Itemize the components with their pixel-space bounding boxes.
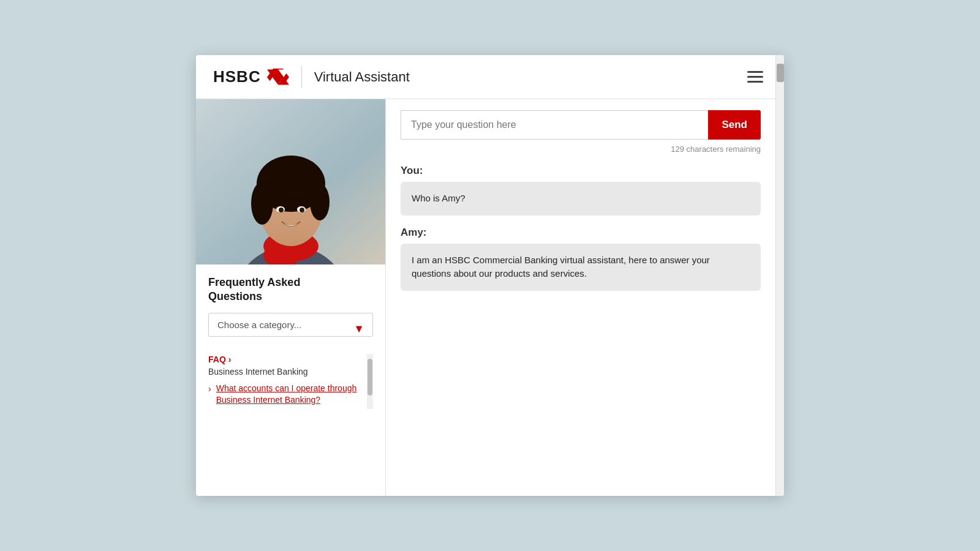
- faq-item-link[interactable]: What accounts can I operate through Busi…: [216, 383, 367, 407]
- input-row: Send: [401, 110, 761, 140]
- you-label: You:: [401, 165, 761, 177]
- browser-window: HSBC Virtual Assistant: [196, 55, 784, 496]
- faq-scrollbar[interactable]: [367, 354, 373, 409]
- svg-point-20: [279, 208, 284, 212]
- bank-name: HSBC: [213, 67, 261, 86]
- faq-item-arrow-icon: ›: [208, 384, 211, 394]
- hsbc-logo-icon: [267, 69, 289, 86]
- svg-point-16: [251, 182, 273, 225]
- amy-label: Amy:: [401, 227, 761, 239]
- svg-point-21: [300, 208, 304, 212]
- hamburger-icon: [747, 76, 763, 78]
- faq-link[interactable]: FAQ ›: [208, 354, 231, 364]
- header-divider: [301, 66, 302, 88]
- left-panel: Frequently Asked Questions Choose a cate…: [196, 99, 386, 496]
- header: HSBC Virtual Assistant: [196, 55, 784, 99]
- category-select[interactable]: Choose a category...: [208, 313, 373, 337]
- avatar-image: [196, 99, 386, 264]
- header-logo: HSBC: [213, 67, 289, 86]
- question-input[interactable]: [401, 110, 708, 140]
- faq-title: Frequently Asked Questions: [208, 276, 373, 304]
- faq-scrollbar-thumb: [368, 359, 372, 395]
- send-button[interactable]: Send: [708, 110, 761, 140]
- browser-scrollbar[interactable]: [775, 99, 784, 496]
- main-content: Frequently Asked Questions Choose a cate…: [196, 99, 784, 496]
- user-message-text: Who is Amy?: [412, 193, 466, 203]
- chars-remaining: 129 characters remaining: [401, 144, 761, 154]
- faq-link-section: FAQ › Business Internet Banking: [208, 354, 367, 377]
- svg-point-17: [310, 184, 330, 220]
- hamburger-icon: [747, 71, 763, 73]
- faq-scroll-area: FAQ › Business Internet Banking › What a…: [208, 354, 373, 409]
- header-title: Virtual Assistant: [314, 69, 410, 85]
- faq-section: Frequently Asked Questions Choose a cate…: [196, 264, 385, 496]
- hamburger-icon: [747, 81, 763, 83]
- amy-message-bubble: I am an HSBC Commercial Banking virtual …: [401, 244, 761, 291]
- faq-category: Business Internet Banking: [208, 367, 367, 377]
- faq-content: FAQ › Business Internet Banking › What a…: [208, 354, 367, 409]
- menu-button[interactable]: [744, 67, 767, 86]
- amy-message-text: I am an HSBC Commercial Banking virtual …: [412, 255, 710, 279]
- category-select-wrapper: Choose a category... ▼: [208, 313, 373, 345]
- chat-panel: Send 129 characters remaining You: Who i…: [386, 99, 775, 496]
- faq-item: › What accounts can I operate through Bu…: [208, 383, 367, 407]
- user-message-bubble: Who is Amy?: [401, 182, 761, 216]
- faq-link-label: FAQ ›: [208, 354, 231, 364]
